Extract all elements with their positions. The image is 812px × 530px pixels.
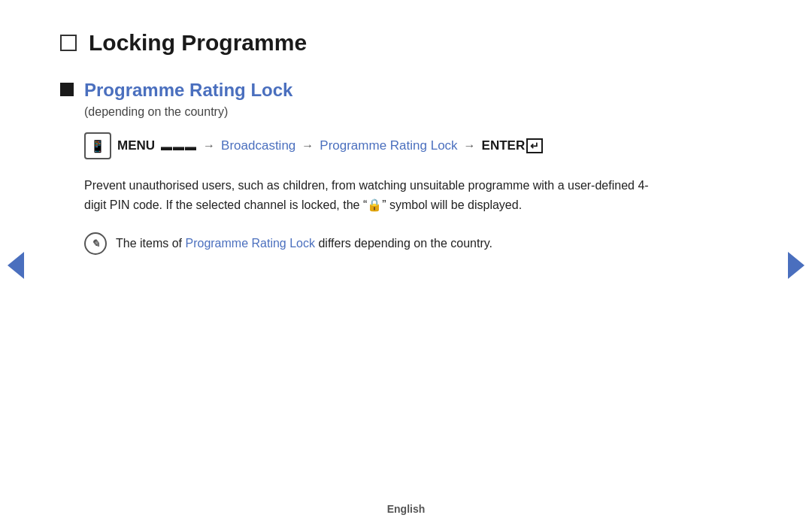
menu-symbol: ▬▬▬ (161, 140, 197, 153)
menu-arrow-1: → (203, 139, 215, 153)
menu-label: MENU (117, 138, 155, 153)
broadcasting-link[interactable]: Broadcasting (221, 138, 295, 153)
menu-path-row: 📱 MENU ▬▬▬ → Broadcasting → Programme Ra… (84, 132, 662, 159)
nav-next-button[interactable] (788, 252, 804, 279)
title-checkbox-icon (60, 35, 77, 51)
menu-arrow-2: → (301, 139, 314, 153)
enter-box-icon: ↵ (526, 138, 543, 153)
note-programme-rating-lock-link[interactable]: Programme Rating Lock (185, 237, 315, 250)
programme-rating-lock-link[interactable]: Programme Rating Lock (320, 138, 457, 153)
description-after-lock: ” symbol will be displayed. (382, 198, 522, 211)
section-title-row: Programme Rating Lock (60, 80, 662, 101)
lock-symbol-icon: 🔒 (367, 198, 382, 211)
note-row: ✎ The items of Programme Rating Lock dif… (84, 232, 662, 255)
page-title-row: Locking Programme (60, 30, 662, 56)
subtitle-text: (depending on the country) (84, 105, 662, 119)
menu-arrow-3: → (464, 139, 476, 153)
note-text: The items of Programme Rating Lock diffe… (116, 232, 492, 253)
menu-remote-icon: 📱 (84, 132, 111, 159)
note-text-after: differs depending on the country. (315, 237, 492, 250)
section-title: Programme Rating Lock (84, 80, 292, 101)
main-content: Locking Programme Programme Rating Lock … (0, 0, 722, 285)
note-pencil-icon: ✎ (84, 232, 107, 255)
nav-prev-button[interactable] (8, 252, 24, 279)
footer-language: English (387, 503, 426, 515)
description-text: Prevent unauthorised users, such as chil… (84, 176, 662, 216)
enter-label: ENTER↵ (482, 138, 544, 153)
section-bullet-icon (60, 83, 74, 96)
note-text-before: The items of (116, 237, 185, 250)
page-title: Locking Programme (89, 30, 307, 56)
